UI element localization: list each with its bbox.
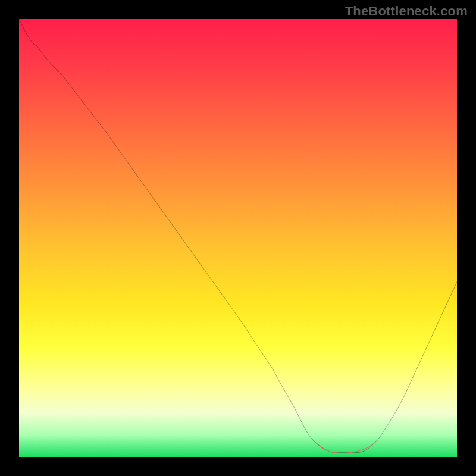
plot-area bbox=[19, 19, 457, 457]
watermark: TheBottleneck.com bbox=[345, 4, 468, 19]
heat-gradient bbox=[19, 19, 457, 457]
chart-frame: TheBottleneck.com bbox=[0, 0, 476, 476]
